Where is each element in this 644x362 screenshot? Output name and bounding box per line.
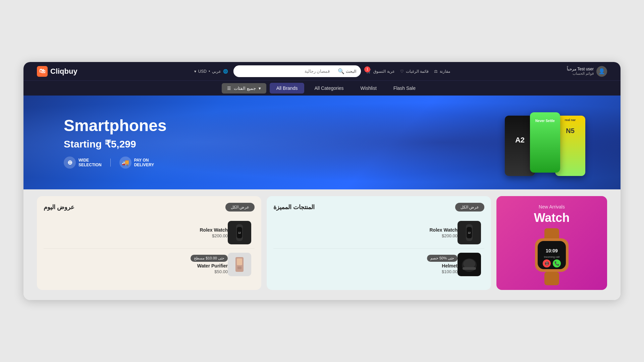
watch-card[interactable]: New Arrivals Watch 10:09 Incoming call 📵 xyxy=(496,196,607,290)
menu-icon: ☰ xyxy=(227,86,231,91)
deals-product-2-info: حتى 10.00$ مسطح Water Purifier $50.00 xyxy=(44,255,228,274)
chevron-down-icon: ▾ xyxy=(259,86,261,91)
nav-bar: ▾ جميع الفئات ☰ All Brands All Categorie… xyxy=(23,80,621,96)
wishlist-label: قائمة الرغبات xyxy=(406,69,429,74)
logo-icon: 🛍 xyxy=(37,66,48,77)
featured-product-2-name: Helmet xyxy=(273,263,458,268)
deals-product-1-image: 12 xyxy=(228,221,251,244)
featured-product-1-info: Rolex Watch $200.00 xyxy=(273,227,458,238)
deals-product-2-discount: حتى 10.00$ مسطح xyxy=(191,255,228,262)
user-account-label: قوائم الحساب xyxy=(567,71,594,76)
phone-card-2: Never Settle xyxy=(530,112,560,173)
search-box: البحث 🔍 xyxy=(233,65,361,77)
lang-label: عربي xyxy=(212,69,221,74)
featured-product-1-image: 12 xyxy=(458,221,481,244)
deals-view-all-btn[interactable]: عرض الكل xyxy=(225,203,255,212)
featured-product-1[interactable]: 12 Rolex Watch $200.00 xyxy=(273,217,484,249)
featured-product-2-price: $100.00 xyxy=(273,269,458,274)
watch-card-title: Watch xyxy=(534,211,570,225)
svg-text:12: 12 xyxy=(468,232,471,234)
deals-title: عروض اليوم xyxy=(44,203,74,211)
hero-text: Smartphones Starting ₹5,299 ⊕ WIDE SELEC… xyxy=(64,116,167,169)
lang-currency-selector[interactable]: 🌐 عربي • USD ▾ xyxy=(194,69,228,74)
svg-text:📞: 📞 xyxy=(554,261,559,266)
phone2-tagline: Never Settle xyxy=(530,112,560,125)
svg-text:Incoming call: Incoming call xyxy=(544,255,560,258)
svg-text:📵: 📵 xyxy=(544,261,549,266)
all-categories-btn[interactable]: ▾ جميع الفئات ☰ xyxy=(222,83,266,94)
featured-product-2[interactable]: حتى %50 خصم Helmet $100.00 xyxy=(273,249,484,280)
avatar: 👤 xyxy=(596,66,607,77)
hero-badges: ⊕ WIDE SELECTION 🚚 PAY ON DELIVERY xyxy=(64,157,167,169)
hero-title: Smartphones xyxy=(64,116,167,135)
purifier-thumbnail xyxy=(229,254,250,275)
bullet: • xyxy=(209,69,210,74)
svg-rect-2 xyxy=(538,241,566,269)
featured-product-1-price: $200.00 xyxy=(273,233,458,238)
deals-product-1-name: Rolex Watch xyxy=(44,227,228,233)
watch-image: 10:09 Incoming call 📵 📞 xyxy=(525,228,579,282)
featured-product-1-name: Rolex Watch xyxy=(273,227,458,233)
watch-thumbnail-2: 12 xyxy=(229,223,250,243)
deals-product-1[interactable]: 12 Rolex Watch $200.00 xyxy=(44,217,255,249)
nav-all-categories[interactable]: All Categories xyxy=(308,81,350,96)
search-button[interactable]: البحث 🔍 xyxy=(333,65,361,77)
deals-product-2[interactable]: حتى 10.00$ مسطح Water Purifier $50.00 xyxy=(44,249,255,280)
search-icon: 🔍 xyxy=(338,68,344,74)
logo[interactable]: 🛍 Cliqbuy xyxy=(37,66,77,77)
badge-divider xyxy=(110,159,111,167)
svg-rect-20 xyxy=(237,258,242,265)
all-departments-label: جميع الفئات xyxy=(234,86,256,91)
search-btn-label: البحث xyxy=(346,69,356,74)
helmet-thumbnail xyxy=(459,254,479,275)
badge-selection-label: WIDE SELECTION xyxy=(78,158,102,167)
deals-product-1-price: $200.00 xyxy=(44,233,228,238)
watch-thumbnail: 12 xyxy=(459,223,479,243)
featured-header: عرض الكل المنتجات المميزة xyxy=(273,203,484,212)
cart-badge: 1 xyxy=(364,66,370,72)
top-bar-controls: مقارنة ⚖ قائمة الرغبات ♡ عربة التسوق 🛒 1… xyxy=(194,65,450,77)
nav-wishlist[interactable]: Wishlist xyxy=(354,81,383,96)
brand-name: Cliqbuy xyxy=(50,67,77,76)
svg-point-14 xyxy=(463,259,475,268)
badge-delivery-label: PAY ON DELIVERY xyxy=(134,158,154,167)
nav-all-brands[interactable]: All Brands xyxy=(270,83,305,94)
hero-phones: A2 Never Settle real nar N5 xyxy=(505,112,580,173)
nav-flash-sale[interactable]: Flash Sale xyxy=(387,81,422,96)
deals-product-2-name: Water Purifier xyxy=(44,263,228,268)
wishlist-btn[interactable]: قائمة الرغبات ♡ xyxy=(400,69,429,74)
top-bar: 🛍 Cliqbuy مقارنة ⚖ قائمة الرغبات ♡ عربة … xyxy=(23,62,621,80)
svg-text:10:09: 10:09 xyxy=(546,248,558,253)
chevron-down-icon: ▾ xyxy=(194,69,196,74)
featured-title: المنتجات المميزة xyxy=(273,203,315,211)
watch-svg: 10:09 Incoming call 📵 📞 xyxy=(525,228,579,285)
cart-label: عربة التسوق xyxy=(373,69,394,74)
compare-icon: ⚖ xyxy=(434,69,438,74)
featured-view-all-btn[interactable]: عرض الكل xyxy=(455,203,484,212)
deals-product-2-image xyxy=(228,253,251,276)
watch-card-subtitle: New Arrivals xyxy=(539,204,565,209)
user-info: مرحباً Test user قوائم الحساب 👤 xyxy=(567,66,607,77)
user-greeting: مرحباً Test user xyxy=(567,67,594,71)
featured-product-2-info: حتى %50 خصم Helmet $100.00 xyxy=(273,255,458,274)
featured-product-2-image xyxy=(458,253,481,276)
hero-price: Starting ₹5,299 xyxy=(64,138,167,150)
todays-deals-card: عرض الكل عروض اليوم 12 Rolex Watch $200.… xyxy=(37,196,261,290)
compare-btn[interactable]: مقارنة ⚖ xyxy=(434,69,450,74)
browser-frame: 🛍 Cliqbuy مقارنة ⚖ قائمة الرغبات ♡ عربة … xyxy=(23,62,621,300)
svg-text:12: 12 xyxy=(238,232,241,234)
search-input[interactable] xyxy=(233,66,333,76)
svg-rect-21 xyxy=(237,266,241,269)
delivery-icon: 🚚 xyxy=(119,157,131,169)
user-details: مرحباً Test user قوائم الحساب xyxy=(567,67,594,76)
hero-badge-selection: ⊕ WIDE SELECTION xyxy=(64,157,102,169)
deals-product-2-price: $50.00 xyxy=(44,269,228,274)
all-brands-label: All Brands xyxy=(276,85,298,91)
deals-header: عرض الكل عروض اليوم xyxy=(44,203,255,212)
featured-product-2-discount: حتى %50 خصم xyxy=(427,255,458,262)
hero-badge-delivery: 🚚 PAY ON DELIVERY xyxy=(119,157,154,169)
deals-product-1-info: Rolex Watch $200.00 xyxy=(44,227,228,238)
compare-label: مقارنة xyxy=(440,69,450,74)
currency-label: USD xyxy=(198,69,207,74)
cart-btn[interactable]: عربة التسوق 🛒 1 xyxy=(366,69,394,74)
